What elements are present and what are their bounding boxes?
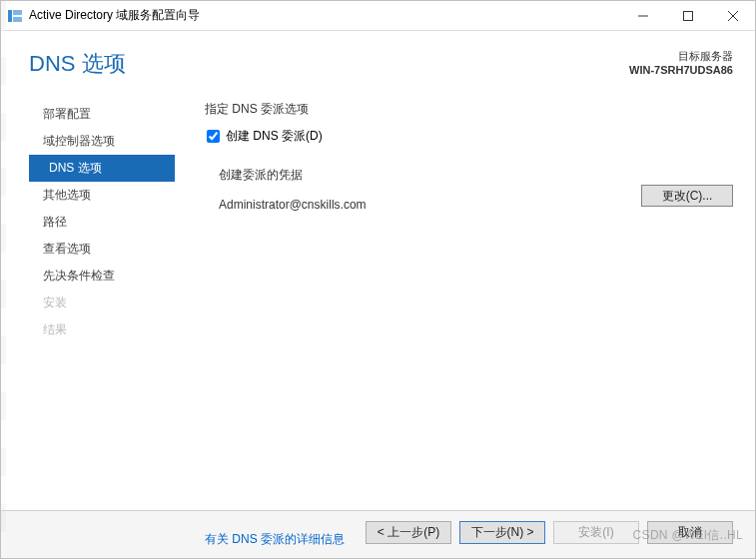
credentials-heading: 创建委派的凭据: [219, 167, 733, 184]
create-dns-delegation-label: 创建 DNS 委派(D): [226, 128, 323, 145]
maximize-button[interactable]: [665, 1, 710, 31]
create-dns-delegation-checkbox[interactable]: [207, 130, 220, 143]
body: 部署配置 域控制器选项 DNS 选项 其他选项 路径 查看选项 先决条件检查 安…: [1, 91, 755, 510]
create-dns-delegation-row[interactable]: 创建 DNS 委派(D): [207, 128, 733, 145]
edge-decoration: [1, 1, 6, 558]
main-pane: 指定 DNS 委派选项 创建 DNS 委派(D) 创建委派的凭据 Adminis…: [205, 101, 733, 502]
target-server-info: 目标服务器 WIN-7SRH7UDSA86: [629, 49, 733, 76]
app-icon: [7, 8, 23, 24]
window-controls: [620, 1, 755, 30]
nav-dc-options[interactable]: 域控制器选项: [29, 128, 175, 155]
nav-review-options[interactable]: 查看选项: [29, 236, 175, 263]
window-title: Active Directory 域服务配置向导: [29, 7, 200, 24]
nav-dns-options[interactable]: DNS 选项: [29, 155, 175, 182]
change-credentials-button[interactable]: 更改(C)...: [641, 185, 733, 207]
nav-install: 安装: [29, 289, 175, 316]
footer: < 上一步(P) 下一步(N) > 安装(I) 取消: [1, 510, 755, 558]
more-info-link[interactable]: 有关 DNS 委派的详细信息: [205, 531, 345, 548]
svg-rect-1: [13, 10, 22, 15]
minimize-button[interactable]: [620, 1, 665, 31]
install-button: 安装(I): [553, 521, 639, 544]
svg-rect-4: [683, 12, 692, 21]
previous-button[interactable]: < 上一步(P): [366, 521, 451, 544]
target-label: 目标服务器: [629, 49, 733, 64]
cancel-button[interactable]: 取消: [647, 521, 733, 544]
titlebar: Active Directory 域服务配置向导: [1, 1, 755, 31]
nav-paths[interactable]: 路径: [29, 209, 175, 236]
sidebar: 部署配置 域控制器选项 DNS 选项 其他选项 路径 查看选项 先决条件检查 安…: [29, 101, 175, 502]
svg-rect-0: [8, 10, 12, 22]
nav-deploy-config[interactable]: 部署配置: [29, 101, 175, 128]
close-button[interactable]: [710, 1, 755, 31]
page-title: DNS 选项: [29, 49, 126, 79]
nav-prereq-check[interactable]: 先决条件检查: [29, 263, 175, 289]
svg-rect-2: [13, 17, 22, 22]
header: DNS 选项 目标服务器 WIN-7SRH7UDSA86: [1, 31, 755, 91]
target-name: WIN-7SRH7UDSA86: [629, 64, 733, 76]
next-button[interactable]: 下一步(N) >: [459, 521, 545, 544]
section-heading: 指定 DNS 委派选项: [205, 101, 733, 118]
nav-additional-options[interactable]: 其他选项: [29, 182, 175, 209]
nav-results: 结果: [29, 316, 175, 343]
